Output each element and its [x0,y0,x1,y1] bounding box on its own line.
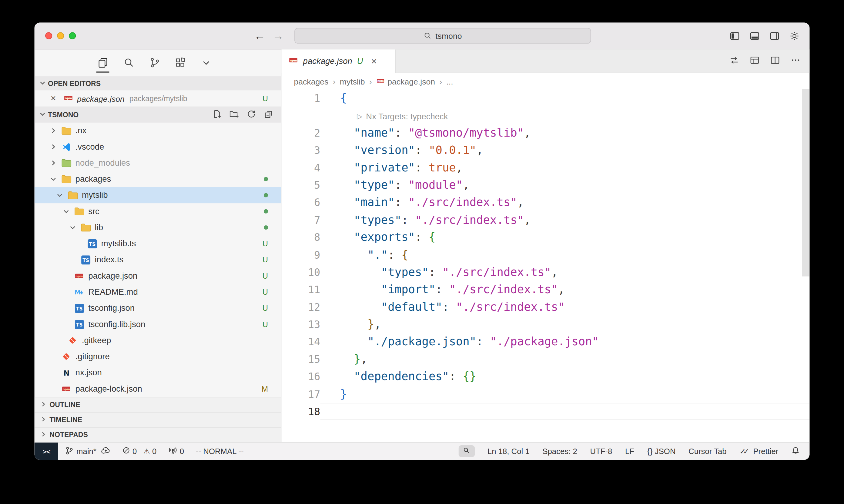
back-arrow-icon[interactable]: ← [254,30,265,43]
extensions-view-icon[interactable] [174,57,186,69]
code-line-1[interactable]: 1{ [282,89,810,107]
formatter-item[interactable]: ✓✓ Prettier [739,447,778,455]
tree-item-.gitignore[interactable]: .gitignore [35,348,281,365]
tree-item-nx.json[interactable]: Nnx.json [35,365,281,381]
tree-item-node_modules[interactable]: node_modules [35,155,281,171]
vim-mode-indicator[interactable]: -- NORMAL -- [196,447,244,455]
breadcrumb-mytslib[interactable]: mytslib [340,77,365,86]
tab-package-json[interactable]: npm package.json U × [282,49,396,73]
tree-item-package.json[interactable]: npmpackage.jsonU [35,268,281,284]
code-line-18[interactable]: 18 [282,403,810,420]
cursor-position-item[interactable]: Ln 18, Col 1 [487,447,530,455]
line-number[interactable]: 8 [282,229,321,246]
notifications-bell-icon[interactable] [791,446,800,456]
tree-item-mytslib[interactable]: mytslib [35,187,281,203]
close-button[interactable] [45,32,52,39]
line-number[interactable]: 4 [282,159,321,177]
encoding-item[interactable]: UTF-8 [590,447,612,455]
code-line-4[interactable]: 4 "private": true, [282,159,810,177]
close-editor-icon[interactable]: × [51,93,59,104]
tree-item-.gitkeep[interactable]: .gitkeep [35,332,281,348]
toggle-panel-icon[interactable] [750,31,760,41]
code-line-8[interactable]: 8 "exports": { [282,229,810,246]
open-editors-header[interactable]: OPEN EDITORS [35,76,281,90]
code-line-11[interactable]: 11 "import": "./src/index.ts", [282,281,810,298]
tree-item-.nx[interactable]: .nx [35,123,281,139]
new-file-icon[interactable] [212,109,222,120]
tree-item-lib[interactable]: lib [35,219,281,235]
code-line-9[interactable]: 9 ".": { [282,246,810,264]
code-line-14[interactable]: 14 "./package.json": "./package.json" [282,333,810,351]
collapse-folders-icon[interactable] [264,109,273,120]
settings-gear-icon[interactable] [789,31,800,41]
toggle-primary-sidebar-icon[interactable] [729,31,740,41]
section-timeline[interactable]: TIMELINE [35,412,281,427]
tree-item-src[interactable]: src [35,203,281,219]
problems-item[interactable]: 0 ⚠ 0 [122,447,156,456]
code-line-5[interactable]: 5 "type": "module", [282,176,810,194]
line-number[interactable]: 15 [282,350,321,368]
zoom-button[interactable] [69,32,76,39]
section-outline[interactable]: OUTLINE [35,397,281,412]
customize-layout-icon[interactable] [750,55,760,68]
tree-item-index.ts[interactable]: TSindex.tsU [35,252,281,268]
line-number[interactable]: 12 [282,298,321,316]
line-number[interactable]: 14 [282,333,321,351]
refresh-explorer-icon[interactable] [246,109,256,120]
code-line-17[interactable]: 17} [282,385,810,403]
language-mode-item[interactable]: { } JSON [647,447,676,455]
ports-item[interactable]: 0 [168,446,184,456]
editor-scrollbar[interactable] [802,89,810,276]
source-control-view-icon[interactable] [149,57,160,69]
minimize-button[interactable] [57,32,64,39]
code-line-16[interactable]: 16 "dependencies": {} [282,368,810,385]
eol-item[interactable]: LF [625,447,634,455]
line-number[interactable]: 5 [282,176,321,194]
git-branch-item[interactable]: main* [65,446,110,456]
code-line-13[interactable]: 13 }, [282,316,810,333]
tree-item-.vscode[interactable]: .vscode [35,139,281,155]
section-notepads[interactable]: NOTEPADS [35,427,281,442]
line-number[interactable]: 10 [282,264,321,281]
tree-item-packages[interactable]: packages [35,171,281,187]
line-number[interactable]: 1 [282,89,321,107]
open-editor-item[interactable]: × npm package.json packages/mytslib U [35,90,281,106]
code-line-15[interactable]: 15 }, [282,350,810,368]
tree-item-README.md[interactable]: MREADME.mdU [35,284,281,300]
explorer-view-icon[interactable] [97,57,109,69]
line-number[interactable]: 17 [282,385,321,403]
tree-item-tsconfig.lib.json[interactable]: TStsconfig.lib.jsonU [35,316,281,332]
breadcrumb-symbol[interactable]: ... [446,77,453,86]
code-line-3[interactable]: 3 "version": "0.0.1", [282,141,810,159]
codelens-nx-targets[interactable]: ▷Nx Targets: typecheck [357,108,448,126]
line-number[interactable]: 7 [282,211,321,229]
project-header[interactable]: TSMONO [35,107,281,123]
code-line-6[interactable]: 6 "main": "./src/index.ts", [282,194,810,211]
line-number[interactable]: 11 [282,281,321,298]
line-number[interactable]: 2 [282,124,321,142]
line-number[interactable]: 13 [282,316,321,333]
cursor-tab-item[interactable]: Cursor Tab [688,447,726,455]
search-view-icon[interactable] [123,57,135,69]
indentation-item[interactable]: Spaces: 2 [542,447,577,455]
code-line-2[interactable]: 2 "name": "@tsmono/mytslib", [282,124,810,142]
zoom-indicator[interactable] [459,445,475,457]
line-number[interactable]: 16 [282,368,321,385]
line-number[interactable]: 6 [282,194,321,211]
more-views-chevron-icon[interactable] [200,57,212,69]
more-actions-icon[interactable] [790,55,801,68]
tree-item-package-lock.json[interactable]: npmpackage-lock.jsonM [35,381,281,397]
code-editor[interactable]: 1{▷Nx Targets: typecheck2 "name": "@tsmo… [282,89,810,442]
line-number[interactable]: 18 [282,403,321,420]
forward-arrow-icon[interactable]: → [272,30,283,43]
toggle-secondary-sidebar-icon[interactable] [769,31,780,41]
tree-item-tsconfig.json[interactable]: TStsconfig.jsonU [35,300,281,316]
line-number[interactable]: 9 [282,246,321,264]
remote-indicator[interactable]: >< [35,443,58,460]
breadcrumb-packages[interactable]: packages [294,77,328,86]
code-line-12[interactable]: 12 "default": "./src/index.ts" [282,298,810,316]
close-tab-icon[interactable]: × [371,56,377,67]
command-center-search[interactable]: tsmono [294,28,591,43]
code-line-7[interactable]: 7 "types": "./src/index.ts", [282,211,810,229]
new-folder-icon[interactable] [229,109,239,120]
